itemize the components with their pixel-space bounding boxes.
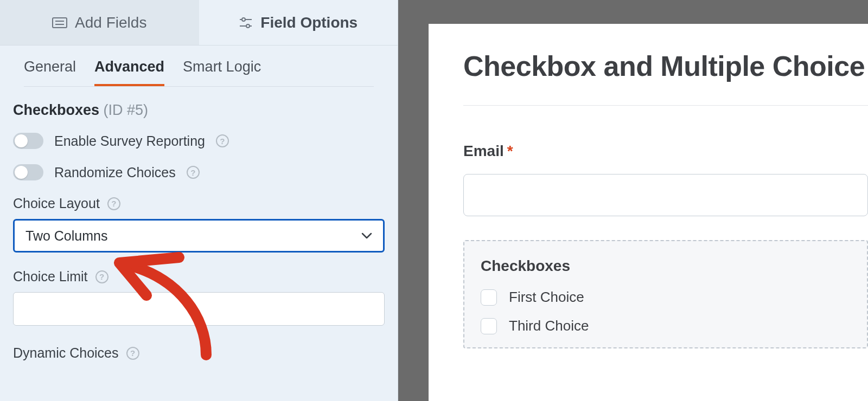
svg-rect-0 [53, 18, 67, 28]
choice-layout-value: Two Columns [25, 228, 107, 244]
sidebar-sub-tabs: General Advanced Smart Logic [0, 46, 398, 87]
checkbox-box[interactable] [481, 289, 497, 306]
checkbox-row: First Choice [481, 289, 851, 306]
field-name: Checkboxes [13, 102, 99, 118]
field-options-icon [239, 16, 253, 29]
divider [463, 105, 868, 106]
checkbox-box[interactable] [481, 318, 497, 334]
email-label: Email [463, 143, 504, 159]
tab-add-fields-label: Add Fields [75, 14, 146, 31]
help-icon[interactable]: ? [216, 134, 229, 147]
toggle-row-survey-reporting: Enable Survey Reporting ? [13, 133, 385, 149]
toggle-survey-reporting[interactable] [13, 133, 43, 149]
subtab-general[interactable]: General [24, 59, 76, 86]
help-icon[interactable]: ? [107, 197, 120, 210]
subtab-smart-logic[interactable]: Smart Logic [183, 59, 261, 86]
tab-add-fields[interactable]: Add Fields [0, 0, 199, 46]
tab-field-options-label: Field Options [260, 14, 358, 31]
preview-area: Checkbox and Multiple Choice Email* Chec… [398, 0, 868, 401]
choice-limit-label-row: Choice Limit ? [13, 269, 385, 284]
help-icon[interactable]: ? [95, 270, 108, 283]
help-icon[interactable]: ? [126, 347, 139, 360]
tab-field-options[interactable]: Field Options [199, 0, 398, 46]
dynamic-choices-label: Dynamic Choices [13, 345, 119, 361]
checkboxes-field-block[interactable]: Checkboxes First Choice Third Choice [463, 240, 868, 348]
field-title: Checkboxes (ID #5) [13, 102, 385, 119]
choice-layout-label-row: Choice Layout ? [13, 196, 385, 211]
sidebar-top-tabs: Add Fields Field Options [0, 0, 398, 46]
form-preview: Checkbox and Multiple Choice Email* Chec… [429, 24, 868, 401]
checkboxes-title: Checkboxes [481, 257, 851, 275]
checkbox-label: First Choice [509, 289, 584, 306]
help-icon[interactable]: ? [187, 166, 200, 179]
dynamic-choices-label-row: Dynamic Choices ? [13, 345, 385, 361]
email-input[interactable] [463, 174, 868, 216]
email-label-row: Email* [463, 143, 868, 160]
toggle-randomize[interactable] [13, 164, 43, 180]
svg-point-6 [246, 24, 250, 28]
form-title: Checkbox and Multiple Choice [463, 50, 868, 82]
toggle-randomize-label: Randomize Choices [54, 165, 176, 180]
chevron-down-icon [361, 232, 372, 239]
panel-body: Checkboxes (ID #5) Enable Survey Reporti… [0, 87, 398, 361]
toggle-row-randomize: Randomize Choices ? [13, 164, 385, 180]
choice-layout-label: Choice Layout [13, 196, 100, 211]
required-asterisk: * [507, 143, 513, 159]
checkbox-row: Third Choice [481, 318, 851, 334]
subtab-advanced[interactable]: Advanced [94, 59, 164, 86]
choice-layout-select[interactable]: Two Columns [13, 219, 385, 253]
field-options-sidebar: Add Fields Field Options General Advance… [0, 0, 398, 401]
field-id: (ID #5) [104, 102, 149, 118]
choice-limit-input[interactable] [13, 292, 385, 326]
toggle-survey-reporting-label: Enable Survey Reporting [54, 133, 205, 149]
choice-limit-label: Choice Limit [13, 269, 88, 284]
svg-point-4 [242, 18, 245, 21]
checkbox-label: Third Choice [509, 318, 589, 334]
add-fields-icon [52, 16, 67, 29]
